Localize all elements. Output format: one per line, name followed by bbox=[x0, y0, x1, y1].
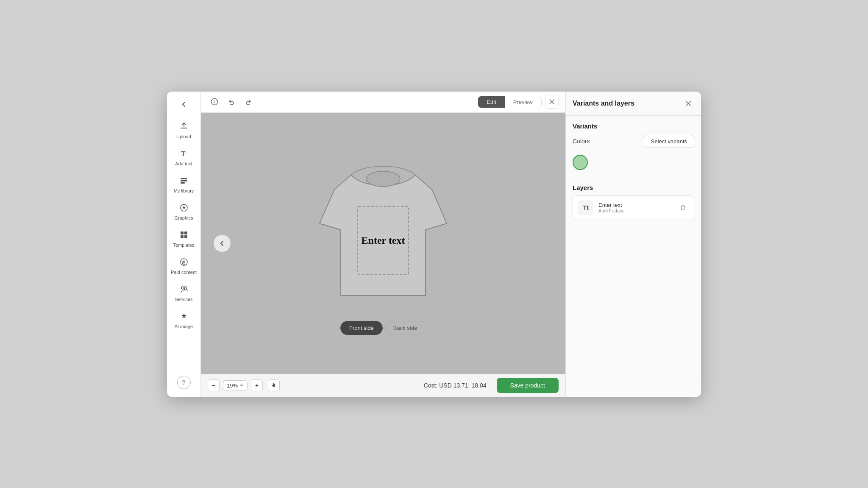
layer-info: Enter text Abril Fatface bbox=[598, 202, 672, 213]
redo-button[interactable] bbox=[242, 95, 255, 109]
pan-tool-button[interactable] bbox=[268, 379, 280, 391]
zoom-chevron-icon bbox=[239, 383, 244, 388]
layer-delete-button[interactable] bbox=[677, 202, 689, 214]
layer-font: Abril Fatface bbox=[598, 208, 672, 213]
add-text-icon: T bbox=[178, 148, 190, 159]
svg-rect-9 bbox=[184, 235, 187, 238]
sidebar-item-templates-label: Templates bbox=[173, 243, 194, 248]
undo-button[interactable] bbox=[225, 95, 238, 109]
sidebar-item-paid-content-label: Paid content bbox=[171, 270, 197, 275]
svg-rect-8 bbox=[181, 235, 184, 238]
svg-rect-7 bbox=[184, 231, 187, 234]
sidebar-item-services-label: Services bbox=[175, 297, 192, 302]
select-variants-button[interactable]: Select variants bbox=[644, 135, 694, 148]
upload-icon bbox=[178, 120, 190, 132]
color-swatch[interactable] bbox=[573, 155, 588, 170]
layer-item[interactable]: Tt Enter text Abril Fatface bbox=[573, 195, 694, 220]
front-side-button[interactable]: Front side bbox=[340, 321, 383, 335]
sidebar-item-my-library[interactable]: My library bbox=[169, 171, 199, 197]
svg-text:Enter text: Enter text bbox=[362, 235, 405, 246]
zoom-value: 19% bbox=[227, 382, 238, 389]
info-button[interactable]: i bbox=[208, 95, 221, 109]
canvas-area: Enter text Front side Back side bbox=[201, 113, 565, 374]
sidebar-item-add-text[interactable]: T Add text bbox=[169, 144, 199, 170]
sidebar-item-graphics-label: Graphics bbox=[174, 215, 193, 220]
side-buttons: Front side Back side bbox=[340, 321, 426, 335]
sidebar-item-services[interactable]: Services bbox=[169, 280, 199, 305]
view-tabs: Edit Preview bbox=[478, 96, 542, 108]
sidebar-item-my-library-label: My library bbox=[174, 188, 194, 193]
paid-content-icon bbox=[178, 256, 190, 268]
edit-tab[interactable]: Edit bbox=[478, 96, 504, 108]
layer-type-icon: Tt bbox=[578, 200, 593, 215]
sidebar-item-graphics[interactable]: Graphics bbox=[169, 198, 199, 224]
cost-label: Cost: USD 13.71–18.04 bbox=[283, 382, 486, 389]
sidebar: Upload T Add text My li bbox=[167, 92, 201, 397]
back-side-button[interactable]: Back side bbox=[384, 321, 426, 335]
my-library-icon bbox=[178, 175, 190, 187]
sidebar-item-add-text-label: Add text bbox=[175, 161, 192, 166]
zoom-out-button[interactable]: − bbox=[208, 379, 220, 391]
svg-point-11 bbox=[181, 287, 184, 289]
panel-body: Variants Colors Select variants Layers T… bbox=[566, 116, 701, 397]
colors-label: Colors bbox=[573, 138, 590, 145]
graphics-icon bbox=[178, 202, 190, 214]
sidebar-item-upload[interactable]: Upload bbox=[169, 117, 199, 142]
app-body: Upload T Add text My li bbox=[167, 92, 701, 397]
svg-rect-4 bbox=[181, 182, 185, 184]
sidebar-item-upload-label: Upload bbox=[176, 134, 191, 139]
panel-close-button[interactable] bbox=[682, 98, 694, 109]
svg-point-15 bbox=[366, 171, 400, 187]
svg-point-12 bbox=[184, 287, 187, 289]
variants-section-title: Variants bbox=[573, 123, 694, 130]
right-panel: Variants and layers Variants Colors Sele… bbox=[565, 92, 701, 397]
top-toolbar: i Edit Pre bbox=[201, 92, 565, 113]
help-button[interactable]: ? bbox=[177, 376, 191, 389]
save-product-button[interactable]: Save product bbox=[497, 378, 559, 393]
pan-icon bbox=[270, 382, 277, 389]
sidebar-item-paid-content[interactable]: Paid content bbox=[169, 253, 199, 278]
layers-section: Layers Tt Enter text Abril Fatface bbox=[573, 184, 694, 220]
panel-header: Variants and layers bbox=[566, 92, 701, 116]
templates-icon bbox=[178, 229, 190, 241]
prev-arrow[interactable] bbox=[214, 235, 231, 252]
app-window: Upload T Add text My li bbox=[167, 92, 701, 397]
preview-tab[interactable]: Preview bbox=[505, 96, 541, 108]
svg-rect-3 bbox=[181, 180, 187, 181]
sidebar-item-templates[interactable]: Templates bbox=[169, 226, 199, 251]
tshirt-canvas[interactable]: Enter text bbox=[311, 151, 455, 312]
tshirt-svg: Enter text bbox=[311, 151, 455, 312]
variants-row: Colors Select variants bbox=[573, 135, 694, 148]
back-button[interactable] bbox=[175, 96, 192, 113]
close-button[interactable] bbox=[545, 95, 559, 109]
zoom-in-button[interactable]: + bbox=[251, 379, 263, 391]
services-icon bbox=[178, 283, 190, 295]
main-content: i Edit Pre bbox=[201, 92, 565, 397]
sidebar-item-ai-image[interactable]: AI image bbox=[169, 307, 199, 332]
panel-title: Variants and layers bbox=[573, 100, 634, 107]
zoom-display: 19% bbox=[223, 380, 248, 391]
svg-text:T: T bbox=[181, 150, 186, 157]
layer-name: Enter text bbox=[598, 202, 672, 208]
svg-rect-6 bbox=[181, 231, 184, 234]
svg-text:i: i bbox=[214, 100, 215, 104]
sidebar-item-ai-image-label: AI image bbox=[175, 324, 193, 329]
svg-rect-0 bbox=[181, 128, 187, 128]
bottom-toolbar: − 19% + Cost: USD 13.71–18. bbox=[201, 374, 565, 397]
svg-rect-2 bbox=[181, 178, 187, 179]
ai-image-icon bbox=[178, 310, 190, 322]
layers-section-title: Layers bbox=[573, 184, 694, 191]
divider bbox=[573, 177, 694, 177]
